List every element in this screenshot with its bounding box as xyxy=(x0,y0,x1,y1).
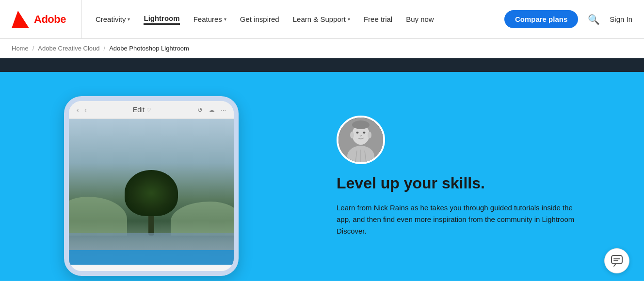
hero-phone-area: ‹ ‹ Edit ♡ ↺ ☁ ··· xyxy=(0,72,322,281)
phone-top-bar: ‹ ‹ Edit ♡ ↺ ☁ ··· xyxy=(69,101,234,119)
heart-icon: ♡ xyxy=(146,107,151,113)
signin-link[interactable]: Sign In xyxy=(610,15,632,23)
svg-rect-13 xyxy=(612,255,622,264)
phone-bottom-bar xyxy=(69,250,234,265)
chevron-down-icon: ▾ xyxy=(128,17,130,22)
hero-section: ‹ ‹ Edit ♡ ↺ ☁ ··· xyxy=(0,72,644,281)
phone-back-icon-2: ‹ xyxy=(84,106,86,114)
svg-point-12 xyxy=(352,120,370,129)
hero-subtext: Learn from Nick Rains as he takes you th… xyxy=(337,202,589,237)
nav-link-free-trial[interactable]: Free trial xyxy=(364,15,392,23)
hill-left xyxy=(69,197,127,236)
nav-link-get-inspired[interactable]: Get inspired xyxy=(240,15,279,23)
search-icon[interactable]: 🔍 xyxy=(588,14,600,25)
main-nav: Adobe Creativity ▾ Lightroom Features ▾ … xyxy=(0,0,644,39)
nav-link-learn-support[interactable]: Learn & Support ▾ xyxy=(293,15,350,23)
nav-link-creativity[interactable]: Creativity ▾ xyxy=(96,15,130,23)
chevron-down-icon: ▾ xyxy=(224,17,226,22)
avatar-image xyxy=(338,118,383,162)
chevron-down-icon: ▾ xyxy=(348,17,350,22)
breadcrumb-separator: / xyxy=(104,45,106,52)
nav-links: Creativity ▾ Lightroom Features ▾ Get in… xyxy=(96,14,504,25)
compare-plans-button[interactable]: Compare plans xyxy=(504,10,578,28)
phone-mockup: ‹ ‹ Edit ♡ ↺ ☁ ··· xyxy=(64,96,287,281)
hill-right xyxy=(171,202,234,236)
phone-frame: ‹ ‹ Edit ♡ ↺ ☁ ··· xyxy=(64,96,239,276)
adobe-logo-icon xyxy=(12,11,29,28)
breadcrumb: Home / Adobe Creative Cloud / Adobe Phot… xyxy=(0,39,644,58)
phone-cloud-icon: ☁ xyxy=(209,106,215,114)
nav-link-features[interactable]: Features ▾ xyxy=(193,15,226,23)
nav-divider xyxy=(81,0,82,39)
dark-banner xyxy=(0,58,644,72)
chat-button[interactable] xyxy=(604,248,629,273)
nav-logo[interactable]: Adobe xyxy=(12,11,66,28)
hero-headline: Level up your skills. xyxy=(337,174,620,192)
chat-icon xyxy=(611,254,623,267)
adobe-wordmark: Adobe xyxy=(34,13,66,26)
hero-content: Level up your skills. Learn from Nick Ra… xyxy=(322,72,644,281)
breadcrumb-creative-cloud[interactable]: Adobe Creative Cloud xyxy=(38,45,99,52)
phone-more-icon: ··· xyxy=(221,106,226,114)
phone-rotate-icon: ↺ xyxy=(197,106,203,114)
svg-point-11 xyxy=(368,132,371,138)
nav-link-buy-now[interactable]: Buy now xyxy=(406,15,434,23)
breadcrumb-home[interactable]: Home xyxy=(12,45,29,52)
phone-nav-icons: ‹ ‹ xyxy=(77,106,87,114)
svg-point-10 xyxy=(350,132,354,138)
svg-point-8 xyxy=(356,132,359,134)
phone-image xyxy=(69,119,234,265)
svg-point-9 xyxy=(363,132,366,134)
phone-edit-label: Edit ♡ xyxy=(133,106,151,114)
tree-canopy xyxy=(125,170,178,216)
nav-actions: Compare plans 🔍 Sign In xyxy=(504,10,632,28)
phone-back-icon: ‹ xyxy=(77,106,79,114)
instructor-avatar xyxy=(337,116,385,164)
breadcrumb-separator: / xyxy=(32,45,34,52)
phone-action-icons: ↺ ☁ ··· xyxy=(197,106,226,114)
breadcrumb-current: Adobe Photoshop Lightroom xyxy=(109,45,189,52)
nav-link-lightroom[interactable]: Lightroom xyxy=(144,14,179,25)
